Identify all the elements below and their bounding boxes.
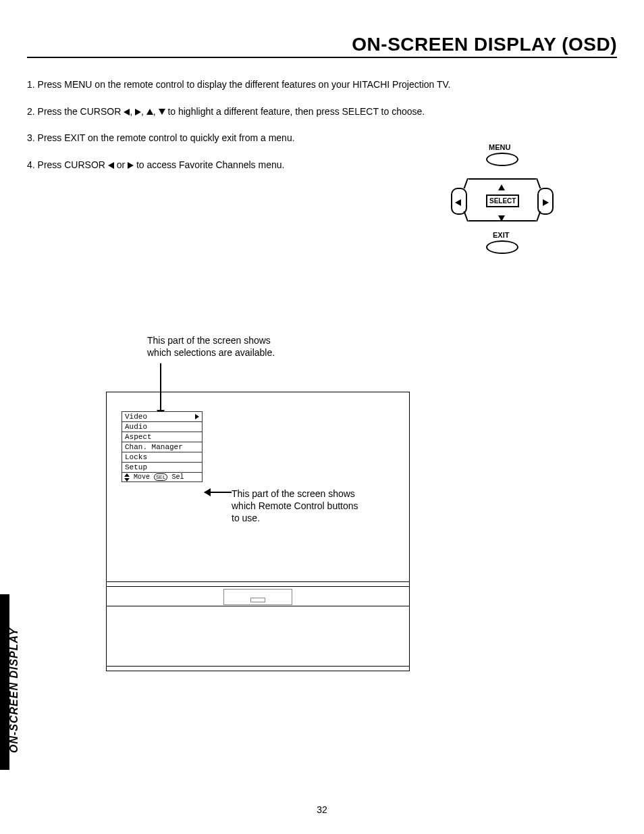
menu-hint-bar: Move SEL Sel [122,472,203,482]
menu-item-aspect: Aspect [122,432,203,442]
cursor-left-icon [108,162,114,169]
updown-icon [124,474,130,481]
menu-item-label: Setup [125,463,147,471]
menu-selected-icon [195,414,199,419]
menu-hint-move: Move [134,473,150,481]
menu-item-audio: Audio [122,421,203,432]
osd-menu: Video Audio Aspect Chan. Manager Locks S… [122,412,203,482]
instruction-2: 2. Press the CURSOR , , , to highlight a… [27,105,617,119]
dpad-up-icon [498,181,505,193]
instruction-4-mid: or [117,159,128,170]
cursor-right-icon [128,162,134,169]
section-tab: ON-SCREEN DISPLAY [8,627,20,753]
page-title: ON-SCREEN DISPLAY (OSD) [27,34,617,58]
menu-item-label: Audio [125,423,147,431]
menu-item-setup: Setup [122,462,203,473]
instruction-2-pre: 2. Press the CURSOR [27,106,124,117]
menu-label: MENU [489,143,510,151]
menu-item-label: Locks [125,453,147,461]
cursor-down-icon [159,109,165,115]
callout-remote-line2: which Remote Control buttons [232,500,358,511]
callout-remote-line1: This part of the screen shows [232,488,355,499]
callout-selections-line1: This part of the screen shows [147,335,271,346]
dpad-down-icon [498,212,505,224]
select-button: SELECT [486,194,519,207]
menu-item-label: Aspect [125,433,152,441]
dpad-left-icon [455,196,461,208]
menu-item-locks: Locks [122,452,203,463]
instruction-3-text: 3. Press EXIT on the remote control to q… [27,132,295,143]
menu-hint-sel: Sel [171,473,184,481]
menu-item-chan-manager: Chan. Manager [122,442,203,452]
instruction-4-pre: 4. Press CURSOR [27,159,108,170]
instruction-2-post: to highlight a different feature, then p… [167,106,425,117]
instruction-4-post: to access Favorite Channels menu. [136,159,284,170]
cursor-left-icon [124,109,130,115]
callout-selections: This part of the screen shows which sele… [147,334,316,359]
callout-selections-line2: which selections are available. [147,347,275,358]
menu-item-label: Video [125,413,147,421]
exit-button-icon [486,240,518,254]
menu-item-video: Video [122,411,203,422]
menu-item-label: Chan. Manager [125,443,183,451]
callout-remote-buttons: This part of the screen shows which Remo… [232,488,367,525]
sel-oval-icon: SEL [154,473,167,481]
tv-illustration: Video Audio Aspect Chan. Manager Locks S… [106,392,410,671]
cursor-up-icon [146,109,153,115]
instruction-1-text: 1. Press MENU on the remote control to d… [27,79,450,90]
page-number: 32 [317,804,327,815]
tv-panel-box [223,589,292,605]
menu-button-icon [486,153,518,166]
instruction-1: 1. Press MENU on the remote control to d… [27,78,617,92]
callout-remote-line3: to use. [232,513,260,523]
callout-arrow-left [205,492,232,493]
dpad-right-icon [543,196,549,208]
remote-diagram: MENU SELECT EXIT [448,143,556,265]
exit-label: EXIT [493,231,509,239]
cursor-right-icon [135,109,141,115]
